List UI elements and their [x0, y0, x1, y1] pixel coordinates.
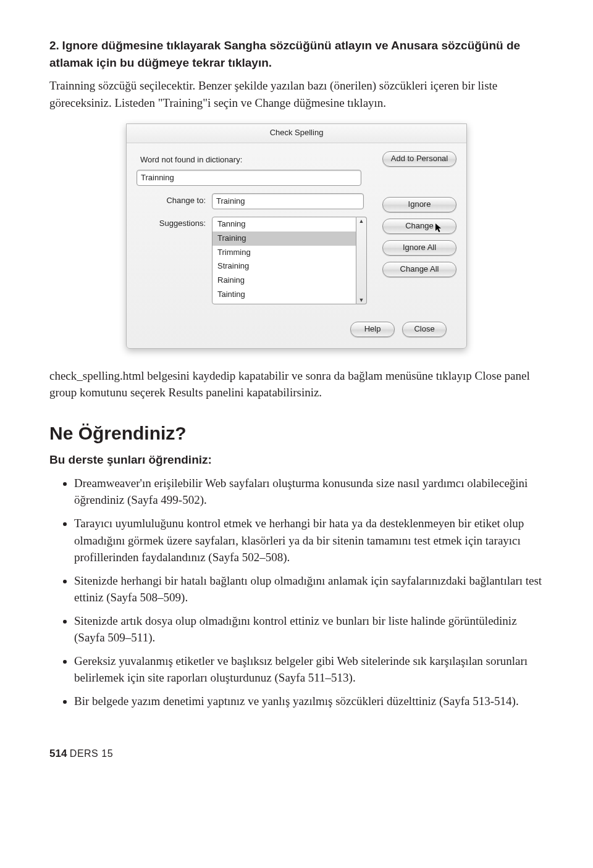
list-item[interactable]: Trimming	[212, 246, 356, 260]
help-button[interactable]: Help	[350, 322, 395, 337]
list-item[interactable]: Raining	[212, 273, 356, 288]
change-to-label: Change to:	[137, 195, 212, 207]
list-item: Sitenizde herhangi bir hatalı bağlantı o…	[74, 572, 544, 606]
list-item: Sitenizde artık dosya olup olmadığını ko…	[74, 612, 544, 646]
ignore-button[interactable]: Ignore	[382, 197, 456, 212]
list-item[interactable]: Training	[212, 232, 356, 246]
change-to-value: Training	[216, 196, 245, 206]
ignore-label: Ignore	[408, 199, 431, 209]
scroll-up-icon[interactable]: ▲	[359, 217, 364, 225]
list-item: Gereksiz yuvalanmış etiketler ve başlıks…	[74, 653, 544, 686]
suggestions-listbox[interactable]: Tanning Training Trimming Straining Rain…	[212, 217, 356, 304]
step-text: Ignore düğmesine tıklayarak Sangha sözcü…	[49, 39, 520, 69]
bullet-list: Dreamweaver'ın erişilebilir Web sayfalar…	[49, 475, 544, 710]
list-item[interactable]: Straining	[212, 259, 356, 273]
dialog-title: Check Spelling	[127, 124, 466, 143]
page-number: 514	[49, 748, 67, 759]
change-label: Change	[405, 221, 434, 230]
step-block: 2. Ignore düğmesine tıklayarak Sangha sö…	[49, 37, 544, 71]
word-value: Trainning	[141, 173, 174, 182]
listbox-scrollbar[interactable]: ▲ ▼	[356, 217, 367, 304]
close-label: Close	[414, 324, 434, 333]
check-spelling-dialog: Check Spelling Word not found in diction…	[126, 123, 467, 349]
scroll-down-icon[interactable]: ▼	[359, 296, 364, 304]
add-label: Add to Personal	[391, 154, 448, 163]
list-item: Dreamweaver'ın erişilebilir Web sayfalar…	[74, 475, 544, 509]
change-to-input[interactable]: Training	[212, 193, 364, 209]
learned-subheading: Bu derste şunları öğrendiniz:	[49, 451, 544, 469]
lesson-label: DERS 15	[70, 748, 113, 759]
word-input[interactable]: Trainning	[137, 170, 361, 186]
change-button[interactable]: Change	[382, 219, 456, 234]
step-number: 2.	[49, 39, 59, 52]
page-footer: 514 DERS 15	[49, 746, 544, 762]
close-button[interactable]: Close	[402, 322, 447, 337]
list-item[interactable]: Tainting	[212, 288, 356, 302]
help-label: Help	[364, 324, 381, 333]
list-item[interactable]: Tanning	[212, 217, 356, 232]
after-figure-paragraph: check_spelling.html belgesini kaydedip k…	[49, 367, 544, 401]
list-item: Bir belgede yazım denetimi yaptınız ve y…	[74, 693, 544, 710]
change-all-label: Change All	[400, 264, 439, 273]
ignore-all-label: Ignore All	[403, 243, 436, 252]
list-item[interactable]: Tannin	[212, 302, 356, 304]
add-to-personal-button[interactable]: Add to Personal	[382, 151, 456, 167]
change-all-button[interactable]: Change All	[382, 262, 456, 277]
step-continuation: Trainning sözcüğü seçilecektir. Benzer ş…	[49, 77, 544, 111]
suggestions-label: Suggestions:	[137, 217, 212, 230]
list-item: Tarayıcı uyumluluğunu kontrol etmek ve h…	[74, 515, 544, 566]
figure: Check Spelling Word not found in diction…	[49, 123, 544, 349]
ignore-all-button[interactable]: Ignore All	[382, 240, 456, 256]
learned-heading: Ne Öğrendiniz?	[49, 420, 544, 447]
